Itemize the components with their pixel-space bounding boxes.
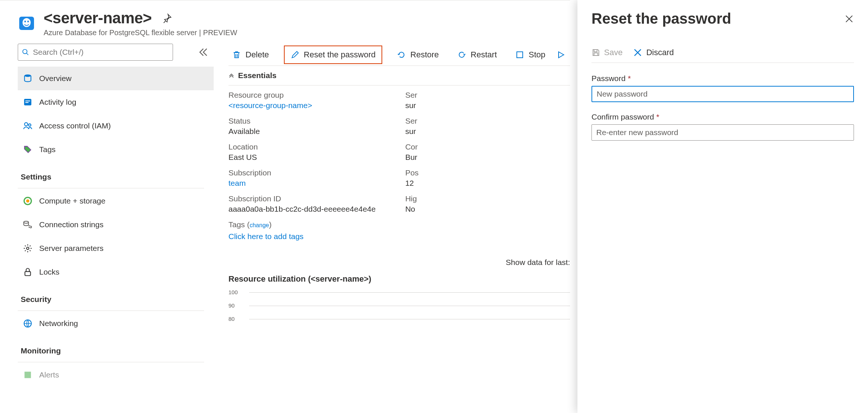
resource-group-link[interactable]: <resource-group-name> <box>228 101 376 110</box>
stop-button[interactable]: Stop <box>512 47 549 63</box>
sidebar-item-overview[interactable]: Overview <box>18 67 214 90</box>
toolbar-label: Reset the password <box>304 50 376 60</box>
sidebar-heading-security: Security <box>18 284 214 308</box>
field-location: Location East US <box>228 142 376 162</box>
required-asterisk: * <box>656 113 659 121</box>
sidebar-item-label: Access control (IAM) <box>39 121 111 130</box>
search-input[interactable] <box>33 48 169 57</box>
toolbar-label: Restart <box>471 50 497 60</box>
essentials-toggle[interactable]: Essentials <box>228 66 570 85</box>
svg-point-4 <box>23 50 27 54</box>
postgresql-icon <box>18 14 35 32</box>
essentials-heading: Essentials <box>238 71 277 80</box>
divider <box>18 362 204 362</box>
subscription-link[interactable]: team <box>228 179 376 188</box>
sidebar-heading-settings: Settings <box>18 161 214 186</box>
sidebar-heading-monitoring: Monitoring <box>18 335 214 360</box>
sidebar-item-label: Server parameters <box>39 244 104 253</box>
discard-button[interactable]: Discard <box>633 48 674 57</box>
resource-header: <server-name> Azure Database for Postgre… <box>18 9 570 37</box>
field-confirm-password: Confirm password* <box>591 113 854 141</box>
svg-rect-19 <box>517 52 523 58</box>
toolbar-label: Stop <box>529 50 545 60</box>
svg-rect-16 <box>25 272 30 276</box>
discard-icon <box>633 48 642 57</box>
field-subscription-id: Subscription ID aaaa0a0a-bb1b-cc2c-dd3d-… <box>228 194 376 214</box>
sidebar-item-connection-strings[interactable]: Connection strings <box>18 213 214 236</box>
page-subtitle: Azure Database for PostgreSQL flexible s… <box>44 28 237 37</box>
connection-icon <box>23 220 33 229</box>
change-tags-link[interactable]: change <box>250 222 269 228</box>
sidebar-item-label: Overview <box>39 74 72 83</box>
sidebar-item-label: Activity log <box>39 98 76 107</box>
y-tick: 80 <box>228 316 235 322</box>
sidebar-item-alerts[interactable]: Alerts <box>18 363 214 387</box>
sidebar-item-activity-log[interactable]: Activity log <box>18 90 214 114</box>
alerts-icon <box>23 370 33 380</box>
save-icon <box>591 48 600 57</box>
compute-icon <box>23 196 33 206</box>
sidebar: Overview Activity log Access control (IA… <box>18 44 214 413</box>
gridline <box>249 319 570 319</box>
sidebar-item-networking[interactable]: Networking <box>18 312 214 335</box>
delete-button[interactable]: Delete <box>228 47 273 63</box>
svg-point-3 <box>27 21 29 23</box>
close-icon[interactable] <box>844 14 854 24</box>
field-server-admin: Sersur <box>405 117 418 136</box>
svg-point-6 <box>24 74 31 77</box>
field-status: Status Available <box>228 117 376 136</box>
sidebar-item-label: Tags <box>39 145 55 154</box>
sidebar-item-locks[interactable]: Locks <box>18 260 214 284</box>
svg-point-2 <box>24 21 26 23</box>
sidebar-item-label: Alerts <box>39 370 59 379</box>
panel-button-label: Discard <box>646 48 674 57</box>
collapse-sidebar-icon[interactable] <box>198 47 208 57</box>
divider <box>18 310 204 311</box>
sidebar-item-label: Compute + storage <box>39 197 105 205</box>
add-tags-link[interactable]: Click here to add tags <box>228 232 376 241</box>
toolbar: Delete Reset the password Restore Restar… <box>228 44 570 66</box>
restart-button[interactable]: Restart <box>454 47 501 63</box>
database-icon <box>23 74 33 83</box>
pin-icon[interactable] <box>162 13 172 23</box>
sidebar-item-label: Locks <box>39 268 60 276</box>
svg-point-10 <box>24 122 28 126</box>
svg-rect-8 <box>26 101 30 101</box>
start-icon[interactable] <box>556 50 565 59</box>
y-tick: 100 <box>228 289 238 295</box>
sidebar-item-server-parameters[interactable]: Server parameters <box>18 236 214 260</box>
sidebar-item-tags[interactable]: Tags <box>18 138 214 161</box>
search-box[interactable] <box>18 44 173 61</box>
svg-line-5 <box>27 53 28 55</box>
sidebar-nav: Overview Activity log Access control (IA… <box>18 67 214 387</box>
toolbar-label: Restore <box>410 50 439 60</box>
field-postgres-version: Pos12 <box>405 168 418 188</box>
chart-title: Resource utilization (<server-name>) <box>228 274 570 284</box>
main-content: Delete Reset the password Restore Restar… <box>214 44 570 413</box>
restore-button[interactable]: Restore <box>393 47 443 63</box>
gridline <box>249 292 570 293</box>
field-subscription: Subscription team <box>228 168 376 188</box>
field-resource-group: Resource group <resource-group-name> <box>228 91 376 110</box>
activity-log-icon <box>23 97 33 107</box>
confirm-password-input[interactable] <box>591 124 854 141</box>
trash-icon <box>232 50 241 59</box>
save-button[interactable]: Save <box>591 48 623 57</box>
gear-icon <box>23 244 33 253</box>
password-input[interactable] <box>591 86 854 102</box>
networking-icon <box>23 319 33 328</box>
essentials-grid: Resource group <resource-group-name> Sta… <box>228 85 570 241</box>
toolbar-label: Delete <box>245 50 269 60</box>
reset-password-button[interactable]: Reset the password <box>284 46 382 64</box>
sidebar-item-compute[interactable]: Compute + storage <box>18 189 214 213</box>
svg-point-14 <box>24 221 28 223</box>
lock-icon <box>23 267 33 277</box>
svg-point-13 <box>26 199 30 203</box>
panel-title: Reset the password <box>591 10 731 27</box>
field-server-name: Sersur <box>405 91 418 110</box>
sidebar-item-iam[interactable]: Access control (IAM) <box>18 114 214 138</box>
chevron-up-double-icon <box>228 73 234 78</box>
resource-utilization-chart: 100 90 80 <box>228 289 570 333</box>
panel-toolbar: Save Discard <box>591 48 854 63</box>
reset-password-panel: Reset the password Save Discard Password… <box>577 0 868 413</box>
